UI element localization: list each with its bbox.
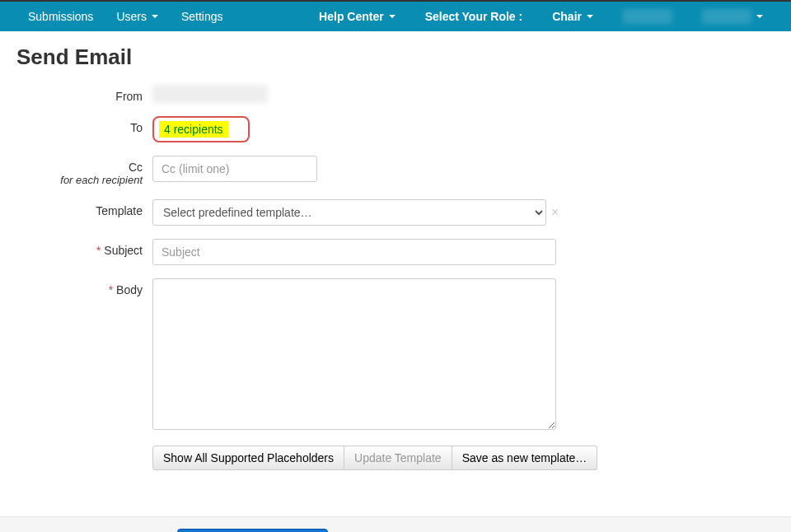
subject-input[interactable] — [152, 239, 556, 265]
preview-send-button[interactable]: Preview & Send emails — [177, 529, 328, 532]
body-input-wrap — [152, 278, 556, 432]
nav-left: Submissions Users Settings — [16, 3, 235, 30]
subject-input-wrap — [152, 239, 556, 265]
caret-down-icon — [756, 15, 763, 18]
row-template: Template Select predefined template… × — [16, 199, 775, 226]
nav-chair[interactable]: Chair — [541, 3, 605, 30]
subject-label-wrap: * Subject — [16, 239, 152, 257]
nav-user-blur-2[interactable] — [690, 2, 775, 30]
template-button-group: Show All Supported Placeholders Update T… — [152, 446, 597, 470]
from-blurred-value — [152, 85, 268, 103]
nav-role-label: Select Your Role : — [414, 3, 535, 30]
from-value — [152, 85, 268, 103]
cc-sublabel: for each recipient — [16, 174, 143, 186]
navbar: Submissions Users Settings Help Center S… — [0, 0, 791, 31]
nav-help-center-label: Help Center — [319, 10, 384, 23]
required-marker: * — [109, 283, 116, 296]
nav-submissions[interactable]: Submissions — [16, 3, 105, 30]
nav-settings[interactable]: Settings — [170, 3, 235, 30]
from-label: From — [16, 85, 152, 103]
row-from: From — [16, 85, 775, 103]
blurred-text — [702, 9, 751, 24]
template-button-wrap: Show All Supported Placeholders Update T… — [152, 446, 597, 470]
template-select[interactable]: Select predefined template… — [152, 199, 546, 226]
caret-down-icon — [152, 15, 158, 18]
blurred-text — [623, 9, 672, 24]
nav-role-label-text: Select Your Role : — [425, 10, 523, 23]
body-textarea[interactable] — [152, 278, 556, 430]
cc-input-wrap — [152, 156, 317, 182]
nav-user-blur-1[interactable] — [611, 2, 684, 30]
required-marker: * — [96, 244, 104, 257]
nav-submissions-label: Submissions — [28, 10, 93, 23]
row-template-buttons: Show All Supported Placeholders Update T… — [16, 446, 775, 470]
nav-users[interactable]: Users — [105, 3, 170, 30]
template-input-wrap: Select predefined template… × — [152, 199, 559, 226]
template-label: Template — [16, 199, 152, 217]
show-placeholders-button[interactable]: Show All Supported Placeholders — [152, 446, 344, 470]
footer-bar: Preview & Send emails Cancel — [0, 516, 791, 532]
nav-settings-label: Settings — [181, 10, 223, 23]
row-cc: Cc for each recipient — [16, 156, 775, 186]
to-highlight-box: 4 recipients — [152, 116, 250, 142]
nav-help-center[interactable]: Help Center — [307, 3, 407, 30]
row-to: To 4 recipients — [16, 116, 775, 142]
cc-label-wrap: Cc for each recipient — [16, 156, 152, 186]
save-template-button[interactable]: Save as new template… — [452, 446, 598, 470]
caret-down-icon — [587, 15, 593, 18]
body-label: Body — [116, 283, 143, 296]
cc-input[interactable] — [152, 156, 317, 182]
update-template-button: Update Template — [344, 446, 452, 470]
to-recipients-badge[interactable]: 4 recipients — [159, 121, 228, 138]
row-body: * Body — [16, 278, 775, 432]
nav-chair-label: Chair — [552, 10, 582, 23]
row-subject: * Subject — [16, 239, 775, 265]
caret-down-icon — [389, 15, 396, 18]
body-label-wrap: * Body — [16, 278, 152, 296]
nav-right: Help Center Select Your Role : Chair — [307, 2, 775, 30]
clear-template-icon[interactable]: × — [551, 205, 559, 220]
spacer — [16, 446, 152, 450]
page-content: Send Email From To 4 recipients Cc for e… — [0, 31, 791, 508]
to-value-wrap: 4 recipients — [152, 116, 250, 142]
cc-label: Cc — [129, 161, 143, 174]
subject-label: Subject — [104, 244, 143, 257]
page-title: Send Email — [16, 44, 775, 70]
to-label: To — [16, 116, 152, 134]
nav-users-label: Users — [116, 10, 147, 23]
